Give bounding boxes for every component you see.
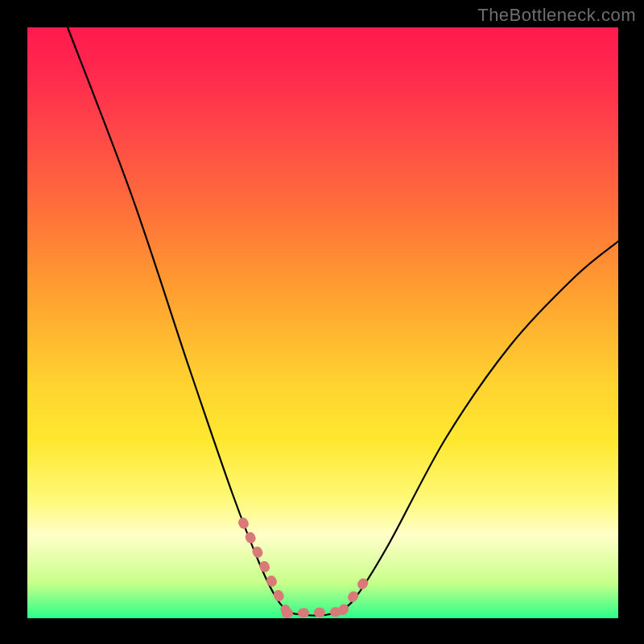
plot-area [27, 27, 618, 618]
curve-accent-right [343, 575, 369, 610]
watermark-text: TheBottleneck.com [477, 5, 636, 26]
bottleneck-curve [27, 27, 618, 618]
curve-main [68, 27, 619, 616]
curve-accent-left [243, 522, 287, 612]
outer-frame: TheBottleneck.com [0, 0, 644, 644]
